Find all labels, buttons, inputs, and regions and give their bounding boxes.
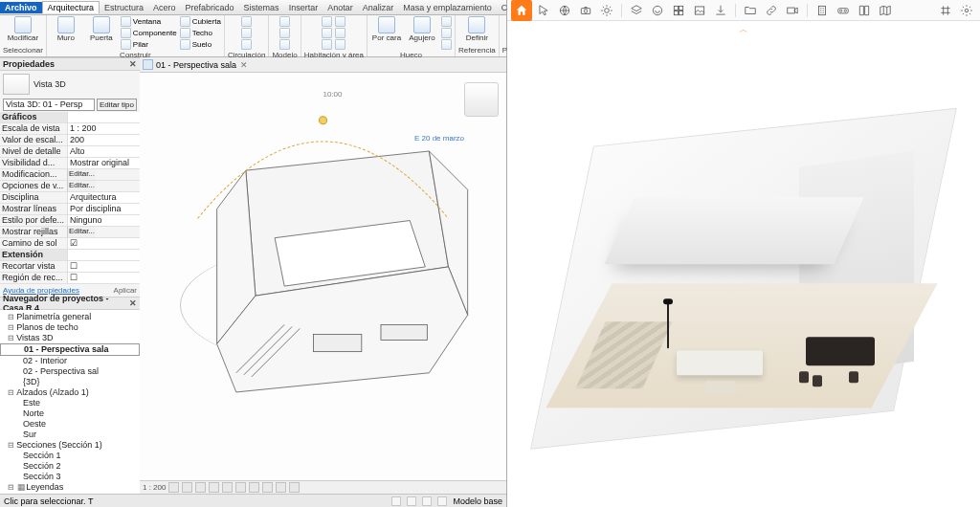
byface-button[interactable]: Por cara (370, 16, 403, 42)
prop-row-cropview[interactable]: Recortar vista☐ (0, 261, 140, 273)
shadows-icon[interactable] (209, 482, 219, 493)
building-icon[interactable] (813, 2, 832, 19)
tree-3dviews[interactable]: Vistas 3D (0, 333, 140, 343)
wall-button[interactable]: Muro (50, 16, 82, 42)
properties-header[interactable]: Propiedades ✕ (0, 57, 140, 71)
areasep-button[interactable] (335, 28, 345, 38)
camera-icon[interactable] (576, 2, 595, 19)
modeltext-button[interactable] (279, 16, 290, 27)
map-icon[interactable] (876, 2, 895, 19)
tab-annotate[interactable]: Anotar (323, 2, 358, 13)
globe-icon[interactable] (555, 2, 574, 19)
collapse-toolbar-icon[interactable]: ︿ (735, 23, 752, 36)
roomtag-button[interactable] (322, 39, 332, 50)
prop-row-overrides[interactable]: Modificacion...Editar... (0, 169, 140, 181)
areatag-button[interactable] (335, 39, 345, 50)
lock3d-icon[interactable] (262, 482, 273, 493)
vert-opening-button[interactable] (441, 28, 452, 38)
sun-icon[interactable] (597, 2, 616, 19)
define-button[interactable]: Definir (460, 16, 493, 42)
view-tab-close-icon[interactable]: ✕ (240, 60, 248, 70)
browser-header[interactable]: Navegador de proyectos - Casa R 4 ✕ (0, 297, 140, 310)
tree-sec3[interactable]: Sección 3 (0, 472, 140, 482)
rail-button[interactable] (241, 39, 252, 50)
video-icon[interactable] (783, 2, 802, 19)
cursor-icon[interactable] (534, 2, 553, 19)
prop-row-showhidden[interactable]: Mostrar líneasPor disciplina (0, 204, 140, 215)
tab-steel[interactable]: Acero (148, 2, 181, 13)
link-icon[interactable] (762, 2, 781, 19)
tab-massing[interactable]: Masa y emplazamiento (398, 2, 497, 13)
status-icon-3[interactable] (422, 496, 432, 506)
prop-row-sunpath[interactable]: Camino de sol☑ (0, 238, 140, 250)
tree-legends[interactable]: ▦Leyendas (0, 482, 140, 493)
layers-icon[interactable] (627, 2, 646, 19)
ceiling-button[interactable]: Techo (180, 28, 221, 38)
edit-type-button[interactable]: Editar tipo (97, 99, 137, 111)
tree-planimetria[interactable]: Planimetría general (0, 312, 140, 322)
prop-row-discipline[interactable]: DisciplinaArquitectura (0, 192, 140, 204)
browser-close-icon[interactable]: ✕ (129, 298, 137, 308)
type-selector[interactable]: Vista 3D (0, 71, 140, 98)
materials-icon[interactable] (648, 2, 667, 19)
project-browser[interactable]: Planimetría general Planos de techo Vist… (0, 310, 140, 494)
sunpath-toggle-icon[interactable] (195, 482, 206, 493)
tree-ceilplans[interactable]: Planos de techo (0, 322, 140, 333)
export-icon[interactable] (711, 2, 730, 19)
roomsep-button[interactable] (322, 28, 332, 38)
visual-style-icon[interactable] (182, 482, 192, 493)
tab-insert[interactable]: Insertar (284, 2, 323, 13)
detail-level-icon[interactable] (168, 482, 179, 493)
tab-systems[interactable]: Sistemas (239, 2, 284, 13)
tree-view-3d[interactable]: {3D} (0, 377, 140, 387)
tree-view-02per[interactable]: 02 - Perspectiva sal (0, 366, 140, 377)
crop-region-icon[interactable] (249, 482, 259, 493)
assets-icon[interactable] (669, 2, 688, 19)
floor-button[interactable]: Suelo (180, 39, 221, 50)
tree-view-01[interactable]: 01 - Perspectiva sala (0, 343, 140, 356)
crop-icon[interactable] (235, 482, 246, 493)
scale-label[interactable]: 1 : 200 (143, 483, 166, 492)
image-icon[interactable] (690, 2, 709, 19)
roof-button[interactable]: Cubierta (180, 16, 221, 27)
tree-sec1[interactable]: Sección 1 (0, 451, 140, 461)
tab-precast[interactable]: Prefabricado (181, 2, 239, 13)
viewcube[interactable] (464, 82, 499, 117)
properties-close-icon[interactable]: ✕ (129, 59, 137, 69)
render-icon[interactable] (222, 482, 233, 493)
prop-row-options[interactable]: Opciones de v...Editar... (0, 181, 140, 192)
vr-icon[interactable] (834, 2, 853, 19)
column-button[interactable]: Pilar (121, 39, 177, 50)
tree-elev-sur[interactable]: Sur (0, 430, 140, 440)
modify-button[interactable]: Modificar (7, 16, 39, 42)
tree-elev[interactable]: Alzados (Alzado 1) (0, 387, 140, 398)
prop-row-showgrids[interactable]: Mostrar rejillasEditar... (0, 227, 140, 238)
tree-sect[interactable]: Secciones (Sección 1) (0, 440, 140, 451)
tree-view-02int[interactable]: 02 - Interior (0, 356, 140, 366)
prop-row-detail[interactable]: Nivel de detalleAlto (0, 146, 140, 158)
book-icon[interactable] (855, 2, 874, 19)
grid-icon[interactable] (936, 2, 955, 19)
modelline-button[interactable] (279, 28, 290, 38)
canvas[interactable]: 10:00 E 20 de marzo (140, 73, 506, 480)
prop-row-cropregion[interactable]: Región de rec...☐ (0, 273, 140, 284)
temp-hide-icon[interactable] (276, 482, 286, 493)
component-button[interactable]: Componente (121, 28, 177, 38)
shaft-button[interactable]: Agujero (406, 16, 438, 42)
tab-architecture[interactable]: Arquitectura (42, 1, 100, 13)
wall-opening-button[interactable] (441, 16, 452, 27)
render-canvas[interactable] (507, 38, 980, 507)
area-button[interactable] (335, 16, 345, 27)
tab-file[interactable]: Archivo (0, 2, 42, 13)
prop-row-defaultstyle[interactable]: Estilo por defe...Ninguno (0, 215, 140, 227)
window-button[interactable]: Ventana (121, 16, 177, 27)
home-button[interactable] (511, 0, 532, 21)
status-icon-2[interactable] (407, 496, 416, 506)
tree-elev-oeste[interactable]: Oeste (0, 419, 140, 430)
modelgroup-button[interactable] (279, 39, 290, 50)
prop-row-scaleval[interactable]: Valor de escal...200 (0, 135, 140, 146)
tab-analyze[interactable]: Analizar (358, 2, 399, 13)
instance-selector[interactable]: Vista 3D: 01 - Persp (3, 99, 95, 111)
tree-elev-este[interactable]: Este (0, 398, 140, 408)
ramp-button[interactable] (241, 28, 252, 38)
